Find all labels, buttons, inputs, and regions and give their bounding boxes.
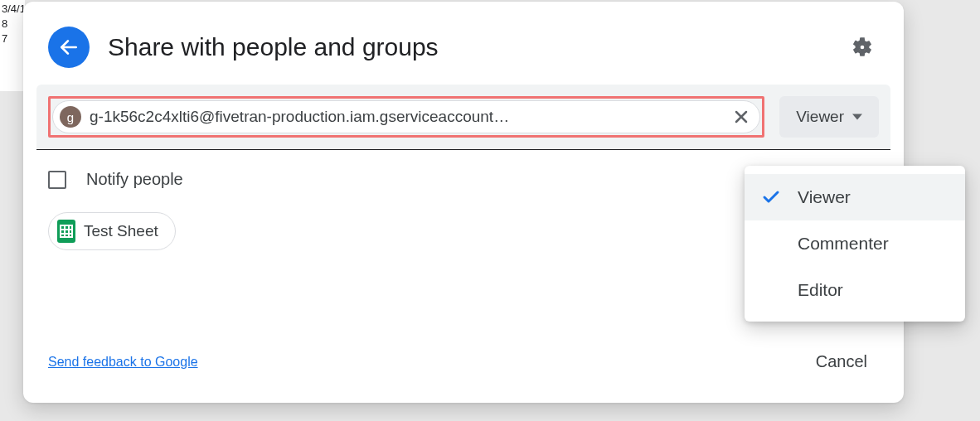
dialog-footer: Send feedback to Google Cancel — [48, 346, 879, 378]
back-button[interactable] — [48, 27, 90, 68]
notify-label: Notify people — [86, 170, 183, 189]
notify-checkbox[interactable] — [48, 171, 66, 189]
chip-email: g-1k56c2c4xlti6@fivetran-production.iam.… — [90, 108, 723, 126]
sheets-icon — [57, 220, 75, 243]
role-option-label: Editor — [798, 280, 843, 300]
settings-button[interactable] — [846, 31, 879, 64]
close-icon — [731, 107, 751, 127]
cancel-button[interactable]: Cancel — [804, 346, 879, 378]
caret-down-icon — [852, 112, 862, 122]
role-option-viewer[interactable]: Viewer — [745, 174, 965, 220]
dialog-title: Share with people and groups — [108, 33, 846, 61]
check-icon — [761, 187, 781, 207]
attachment-name: Test Sheet — [84, 222, 158, 240]
role-option-label: Commenter — [798, 234, 889, 254]
role-option-commenter[interactable]: Commenter — [745, 220, 965, 267]
bg-cell: 8 — [2, 17, 23, 31]
chip-avatar: g — [60, 106, 81, 128]
check-indicator — [761, 187, 798, 207]
highlight-annotation: g g-1k56c2c4xlti6@fivetran-production.ia… — [48, 96, 764, 138]
role-option-editor[interactable]: Editor — [745, 267, 965, 313]
svg-point-1 — [860, 45, 866, 51]
feedback-link[interactable]: Send feedback to Google — [48, 355, 198, 370]
people-input-area: g g-1k56c2c4xlti6@fivetran-production.ia… — [36, 85, 890, 149]
role-dropdown-menu: Viewer Commenter Editor — [745, 166, 965, 322]
person-chip[interactable]: g g-1k56c2c4xlti6@fivetran-production.ia… — [52, 100, 760, 133]
dialog-header: Share with people and groups — [23, 2, 904, 85]
arrow-left-icon — [58, 36, 80, 58]
bg-cells: 3/4/1983 8 7 — [0, 0, 25, 91]
role-selector-button[interactable]: Viewer — [779, 96, 879, 138]
bg-cell: 3/4/1983 — [2, 2, 23, 17]
gear-icon — [851, 36, 874, 59]
role-selector-label: Viewer — [796, 108, 844, 126]
attachment-chip[interactable]: Test Sheet — [48, 212, 176, 250]
role-option-label: Viewer — [798, 187, 851, 207]
bg-cell: 7 — [2, 31, 23, 46]
chip-remove-button[interactable] — [731, 107, 751, 127]
